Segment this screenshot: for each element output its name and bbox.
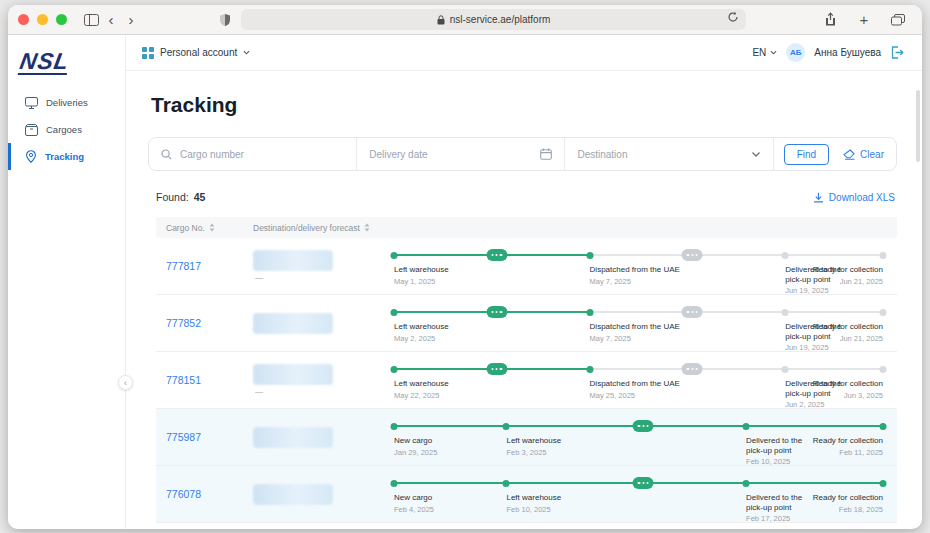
header-destination[interactable]: Destination/delivery forecast bbox=[253, 223, 384, 233]
timeline-step: Dispatched from the UAEMay 7, 2025 bbox=[590, 265, 680, 286]
step-label: Left warehouse bbox=[394, 379, 449, 389]
sidebar-item-tracking[interactable]: Tracking bbox=[8, 143, 125, 170]
browser-chrome: ‹ › nsl-service.ae/platform + bbox=[8, 5, 922, 35]
table-row[interactable]: 778151—Left warehouseMay 22, 2025Dispatc… bbox=[156, 352, 897, 409]
sidebar-item-deliveries[interactable]: Deliveries bbox=[8, 89, 125, 116]
download-icon bbox=[813, 192, 824, 203]
nsl-logo: NSL bbox=[8, 45, 125, 89]
timeline-step-dot bbox=[586, 252, 593, 259]
results-meta: Found: 45 Download XLS bbox=[156, 191, 897, 203]
delivery-date-field[interactable] bbox=[356, 138, 564, 170]
reload-icon[interactable] bbox=[727, 11, 739, 26]
new-tab-icon[interactable]: + bbox=[854, 10, 874, 30]
filter-actions: Find Clear bbox=[773, 138, 896, 170]
timeline-step-dot bbox=[586, 309, 593, 316]
destination-blurred-value bbox=[253, 427, 333, 448]
share-icon[interactable] bbox=[820, 10, 840, 30]
download-xls-label: Download XLS bbox=[829, 192, 895, 203]
forward-icon[interactable]: › bbox=[121, 10, 141, 30]
timeline: Left warehouseMay 1, 2025Dispatched from… bbox=[394, 238, 883, 294]
logout-icon[interactable] bbox=[890, 46, 904, 59]
timeline-step: Ready for collectionJun 21, 2025 bbox=[813, 322, 883, 343]
cargo-number-link[interactable]: 776078 bbox=[166, 488, 201, 500]
close-window-button[interactable] bbox=[18, 14, 29, 25]
timeline-cell: New cargoJan 29, 2025Left warehouseFeb 3… bbox=[384, 409, 897, 465]
step-date: Jun 19, 2025 bbox=[785, 286, 851, 295]
destination-note: — bbox=[253, 274, 263, 282]
cargo-number-field[interactable] bbox=[149, 138, 356, 170]
step-date: May 7, 2025 bbox=[590, 277, 680, 286]
scrollbar-thumb[interactable] bbox=[916, 90, 920, 162]
transit-badge-icon bbox=[633, 420, 654, 432]
step-label: Left warehouse bbox=[394, 322, 449, 332]
back-icon[interactable]: ‹ bbox=[101, 10, 121, 30]
sidebar-item-cargoes[interactable]: Cargoes bbox=[8, 116, 125, 143]
sidebar-collapse-button[interactable]: ‹ bbox=[118, 375, 133, 390]
privacy-shield-icon[interactable] bbox=[215, 10, 235, 30]
timeline-step-dot bbox=[782, 309, 789, 316]
timeline-step-dot bbox=[391, 480, 398, 487]
tab-overview-icon[interactable] bbox=[888, 10, 908, 30]
page-content: Tracking Find bbox=[126, 71, 922, 529]
calendar-icon bbox=[540, 148, 552, 160]
download-xls-link[interactable]: Download XLS bbox=[813, 192, 895, 203]
timeline-step-dot bbox=[880, 252, 887, 259]
language-selector[interactable]: EN bbox=[752, 47, 777, 58]
minimize-window-button[interactable] bbox=[37, 14, 48, 25]
cargo-cell: 775987 bbox=[156, 409, 253, 465]
timeline-step: Left warehouseMay 22, 2025 bbox=[394, 379, 449, 400]
step-date: Jun 3, 2025 bbox=[813, 391, 883, 400]
cargo-number-link[interactable]: 775987 bbox=[166, 431, 201, 443]
step-label: Delivered to the pick-up point bbox=[746, 436, 812, 455]
app-topbar: Personal account EN АБ Анна Бушуева bbox=[126, 35, 922, 71]
step-date: May 2, 2025 bbox=[394, 334, 449, 343]
timeline-cell: Left warehouseMay 22, 2025Dispatched fro… bbox=[384, 352, 897, 408]
timeline: Left warehouseMay 2, 2025Dispatched from… bbox=[394, 295, 883, 351]
app-frame: NSL Deliveries Cargoes Tracking ‹ Person… bbox=[8, 35, 922, 529]
destination-cell bbox=[253, 295, 384, 351]
table-row[interactable]: 775987New cargoJan 29, 2025Left warehous… bbox=[156, 409, 897, 466]
timeline-step-dot bbox=[880, 423, 887, 430]
filter-bar: Find Clear bbox=[148, 137, 897, 171]
step-label: Dispatched from the UAE bbox=[590, 322, 680, 332]
timeline-step: Left warehouseMay 2, 2025 bbox=[394, 322, 449, 343]
browser-sidebar-icon[interactable] bbox=[81, 10, 101, 30]
account-switcher[interactable]: Personal account bbox=[142, 47, 250, 59]
address-bar[interactable]: nsl-service.ae/platform bbox=[241, 9, 746, 30]
step-label: Dispatched from the UAE bbox=[590, 265, 680, 275]
table-row[interactable]: 777852Left warehouseMay 2, 2025Dispatche… bbox=[156, 295, 897, 352]
chevron-down-icon bbox=[751, 150, 761, 158]
timeline-step: Ready for collectionJun 3, 2025 bbox=[813, 379, 883, 400]
zoom-window-button[interactable] bbox=[56, 14, 67, 25]
cargo-number-input[interactable] bbox=[180, 149, 344, 160]
step-date: Jun 19, 2025 bbox=[785, 343, 851, 352]
eraser-icon bbox=[843, 149, 855, 160]
step-date: Feb 10, 2025 bbox=[746, 457, 812, 466]
step-label: New cargo bbox=[394, 493, 434, 503]
table-row[interactable]: 776078New cargoFeb 4, 2025Left warehouse… bbox=[156, 466, 897, 523]
table-row[interactable]: 777817—Left warehouseMay 1, 2025Dispatch… bbox=[156, 238, 897, 295]
destination-select[interactable] bbox=[564, 138, 772, 170]
header-label: Destination/delivery forecast bbox=[253, 223, 360, 233]
timeline-step: New cargoFeb 4, 2025 bbox=[394, 493, 434, 514]
cargo-number-link[interactable]: 777852 bbox=[166, 317, 201, 329]
step-date: Feb 4, 2025 bbox=[394, 505, 434, 514]
sort-icon bbox=[364, 223, 370, 232]
cargo-number-link[interactable]: 777817 bbox=[166, 260, 201, 272]
clear-button[interactable]: Clear bbox=[843, 149, 884, 160]
transit-badge-icon bbox=[682, 306, 703, 318]
avatar[interactable]: АБ bbox=[786, 43, 805, 62]
destination-input[interactable] bbox=[577, 149, 742, 160]
cargo-number-link[interactable]: 778151 bbox=[166, 374, 201, 386]
timeline-step-dot bbox=[391, 252, 398, 259]
timeline-step: Ready for collectionJun 21, 2025 bbox=[813, 265, 883, 286]
find-button[interactable]: Find bbox=[784, 144, 829, 165]
step-date: May 7, 2025 bbox=[590, 334, 680, 343]
language-label: EN bbox=[752, 47, 766, 58]
step-label: Ready for collection bbox=[813, 436, 883, 446]
timeline-step-dot bbox=[880, 366, 887, 373]
step-date: May 1, 2025 bbox=[394, 277, 449, 286]
delivery-date-input[interactable] bbox=[369, 149, 532, 160]
header-cargo-no[interactable]: Cargo No. bbox=[156, 223, 253, 233]
user-name: Анна Бушуева bbox=[814, 47, 881, 58]
